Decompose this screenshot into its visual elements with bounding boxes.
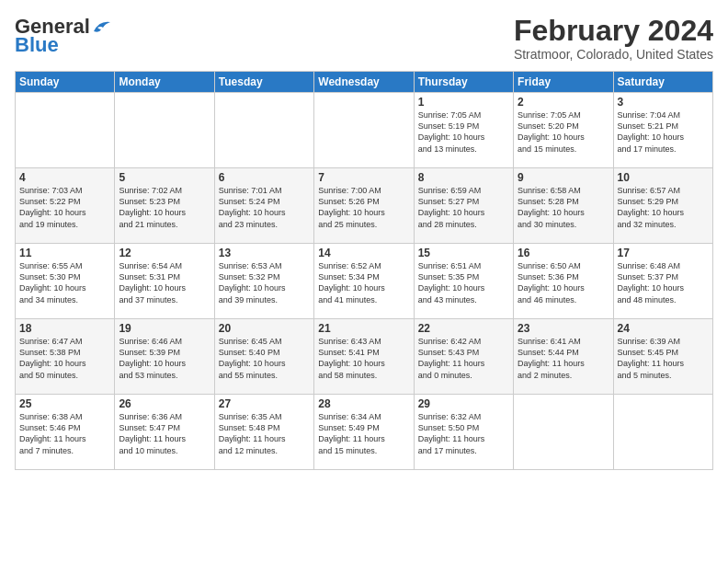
calendar-day-cell: 29Sunrise: 6:32 AM Sunset: 5:50 PM Dayli… — [414, 395, 513, 470]
day-number: 9 — [518, 171, 609, 184]
calendar-day-cell: 28Sunrise: 6:34 AM Sunset: 5:49 PM Dayli… — [314, 395, 414, 470]
day-number: 7 — [318, 171, 409, 184]
day-number: 25 — [19, 397, 110, 410]
day-info: Sunrise: 6:58 AM Sunset: 5:28 PM Dayligh… — [518, 185, 609, 230]
day-number: 4 — [19, 171, 110, 184]
day-info: Sunrise: 6:47 AM Sunset: 5:38 PM Dayligh… — [19, 336, 110, 381]
title-block: February 2024 Stratmoor, Colorado, Unite… — [514, 15, 713, 62]
day-info: Sunrise: 6:36 AM Sunset: 5:47 PM Dayligh… — [119, 411, 210, 456]
day-info: Sunrise: 7:01 AM Sunset: 5:24 PM Dayligh… — [219, 185, 310, 230]
day-info: Sunrise: 6:50 AM Sunset: 5:36 PM Dayligh… — [518, 260, 609, 305]
day-info: Sunrise: 6:34 AM Sunset: 5:49 PM Dayligh… — [318, 411, 409, 456]
day-number: 16 — [518, 247, 609, 259]
calendar-day-cell: 8Sunrise: 6:59 AM Sunset: 5:27 PM Daylig… — [414, 168, 513, 244]
calendar-day-cell: 11Sunrise: 6:55 AM Sunset: 5:30 PM Dayli… — [16, 244, 115, 319]
calendar-day-cell: 12Sunrise: 6:54 AM Sunset: 5:31 PM Dayli… — [115, 244, 214, 319]
calendar-header-row: SundayMondayTuesdayWednesdayThursdayFrid… — [16, 72, 713, 93]
day-number: 22 — [418, 322, 509, 335]
calendar-day-cell: 13Sunrise: 6:53 AM Sunset: 5:32 PM Dayli… — [214, 244, 313, 319]
day-info: Sunrise: 6:55 AM Sunset: 5:30 PM Dayligh… — [19, 260, 110, 305]
calendar-day-header: Wednesday — [314, 72, 414, 93]
day-number: 19 — [119, 322, 210, 335]
calendar-day-header: Monday — [115, 72, 214, 93]
day-info: Sunrise: 6:53 AM Sunset: 5:32 PM Dayligh… — [219, 260, 310, 305]
calendar-body: 1Sunrise: 7:05 AM Sunset: 5:19 PM Daylig… — [16, 93, 713, 470]
day-info: Sunrise: 6:43 AM Sunset: 5:41 PM Dayligh… — [318, 336, 409, 381]
calendar-day-cell: 6Sunrise: 7:01 AM Sunset: 5:24 PM Daylig… — [214, 168, 313, 244]
logo: General Blue — [15, 15, 112, 57]
day-number: 21 — [318, 322, 409, 335]
day-info: Sunrise: 6:48 AM Sunset: 5:37 PM Dayligh… — [618, 260, 709, 305]
calendar-day-cell — [115, 93, 214, 168]
calendar-day-cell: 21Sunrise: 6:43 AM Sunset: 5:41 PM Dayli… — [314, 319, 414, 395]
day-number: 5 — [119, 171, 210, 184]
calendar-day-cell: 27Sunrise: 6:35 AM Sunset: 5:48 PM Dayli… — [214, 395, 313, 470]
calendar-day-header: Thursday — [414, 72, 513, 93]
day-number: 12 — [119, 247, 210, 259]
calendar-day-cell: 14Sunrise: 6:52 AM Sunset: 5:34 PM Dayli… — [314, 244, 414, 319]
day-info: Sunrise: 6:45 AM Sunset: 5:40 PM Dayligh… — [219, 336, 310, 381]
calendar-day-cell — [613, 395, 712, 470]
day-info: Sunrise: 7:05 AM Sunset: 5:20 PM Dayligh… — [518, 109, 609, 155]
day-number: 27 — [219, 397, 310, 410]
day-number: 18 — [19, 322, 110, 335]
day-info: Sunrise: 7:05 AM Sunset: 5:19 PM Dayligh… — [418, 109, 509, 155]
day-number: 17 — [618, 247, 709, 259]
day-number: 2 — [518, 96, 609, 109]
day-number: 10 — [618, 171, 709, 184]
day-info: Sunrise: 6:38 AM Sunset: 5:46 PM Dayligh… — [19, 411, 110, 456]
header: General Blue February 2024 Stratmoor, Co… — [15, 15, 713, 62]
day-number: 29 — [418, 397, 509, 410]
day-info: Sunrise: 7:02 AM Sunset: 5:23 PM Dayligh… — [119, 185, 210, 230]
calendar-day-header: Tuesday — [214, 72, 313, 93]
calendar-day-cell: 19Sunrise: 6:46 AM Sunset: 5:39 PM Dayli… — [115, 319, 214, 395]
day-info: Sunrise: 6:51 AM Sunset: 5:35 PM Dayligh… — [418, 260, 509, 305]
calendar-day-cell: 25Sunrise: 6:38 AM Sunset: 5:46 PM Dayli… — [16, 395, 115, 470]
calendar-day-cell: 7Sunrise: 7:00 AM Sunset: 5:26 PM Daylig… — [314, 168, 414, 244]
day-number: 13 — [219, 247, 310, 259]
day-number: 26 — [119, 397, 210, 410]
day-info: Sunrise: 6:46 AM Sunset: 5:39 PM Dayligh… — [119, 336, 210, 381]
day-info: Sunrise: 6:57 AM Sunset: 5:29 PM Dayligh… — [618, 185, 709, 230]
calendar-week-row: 11Sunrise: 6:55 AM Sunset: 5:30 PM Dayli… — [16, 244, 713, 319]
calendar-day-cell: 20Sunrise: 6:45 AM Sunset: 5:40 PM Dayli… — [214, 319, 313, 395]
day-info: Sunrise: 6:39 AM Sunset: 5:45 PM Dayligh… — [618, 336, 709, 381]
day-number: 15 — [418, 247, 509, 259]
day-info: Sunrise: 6:52 AM Sunset: 5:34 PM Dayligh… — [318, 260, 409, 305]
calendar-day-cell — [16, 93, 115, 168]
day-number: 20 — [219, 322, 310, 335]
calendar-day-cell: 15Sunrise: 6:51 AM Sunset: 5:35 PM Dayli… — [414, 244, 513, 319]
calendar-day-cell: 16Sunrise: 6:50 AM Sunset: 5:36 PM Dayli… — [514, 244, 613, 319]
page: General Blue February 2024 Stratmoor, Co… — [0, 0, 728, 563]
day-info: Sunrise: 6:42 AM Sunset: 5:43 PM Dayligh… — [418, 336, 509, 381]
calendar-day-cell: 5Sunrise: 7:02 AM Sunset: 5:23 PM Daylig… — [115, 168, 214, 244]
day-number: 28 — [318, 397, 409, 410]
calendar-day-header: Saturday — [613, 72, 712, 93]
day-info: Sunrise: 6:35 AM Sunset: 5:48 PM Dayligh… — [219, 411, 310, 456]
day-number: 1 — [418, 96, 509, 109]
day-info: Sunrise: 7:03 AM Sunset: 5:22 PM Dayligh… — [19, 185, 110, 230]
day-number: 23 — [518, 322, 609, 335]
day-number: 8 — [418, 171, 509, 184]
day-number: 6 — [219, 171, 310, 184]
day-info: Sunrise: 7:04 AM Sunset: 5:21 PM Dayligh… — [618, 109, 709, 155]
calendar-day-cell: 4Sunrise: 7:03 AM Sunset: 5:22 PM Daylig… — [16, 168, 115, 244]
calendar-week-row: 25Sunrise: 6:38 AM Sunset: 5:46 PM Dayli… — [16, 395, 713, 470]
calendar-day-cell: 1Sunrise: 7:05 AM Sunset: 5:19 PM Daylig… — [414, 93, 513, 168]
calendar-day-header: Sunday — [16, 72, 115, 93]
day-info: Sunrise: 7:00 AM Sunset: 5:26 PM Dayligh… — [318, 185, 409, 230]
day-number: 24 — [618, 322, 709, 335]
day-info: Sunrise: 6:41 AM Sunset: 5:44 PM Dayligh… — [518, 336, 609, 381]
calendar-week-row: 4Sunrise: 7:03 AM Sunset: 5:22 PM Daylig… — [16, 168, 713, 244]
calendar-day-cell: 3Sunrise: 7:04 AM Sunset: 5:21 PM Daylig… — [613, 93, 712, 168]
calendar-day-cell: 10Sunrise: 6:57 AM Sunset: 5:29 PM Dayli… — [613, 168, 712, 244]
calendar-week-row: 1Sunrise: 7:05 AM Sunset: 5:19 PM Daylig… — [16, 93, 713, 168]
calendar-day-cell: 18Sunrise: 6:47 AM Sunset: 5:38 PM Dayli… — [16, 319, 115, 395]
calendar-day-cell: 17Sunrise: 6:48 AM Sunset: 5:37 PM Dayli… — [613, 244, 712, 319]
calendar-day-cell: 24Sunrise: 6:39 AM Sunset: 5:45 PM Dayli… — [613, 319, 712, 395]
calendar-day-header: Friday — [514, 72, 613, 93]
calendar-week-row: 18Sunrise: 6:47 AM Sunset: 5:38 PM Dayli… — [16, 319, 713, 395]
calendar-day-cell — [514, 395, 613, 470]
calendar-day-cell — [214, 93, 313, 168]
day-number: 14 — [318, 247, 409, 259]
